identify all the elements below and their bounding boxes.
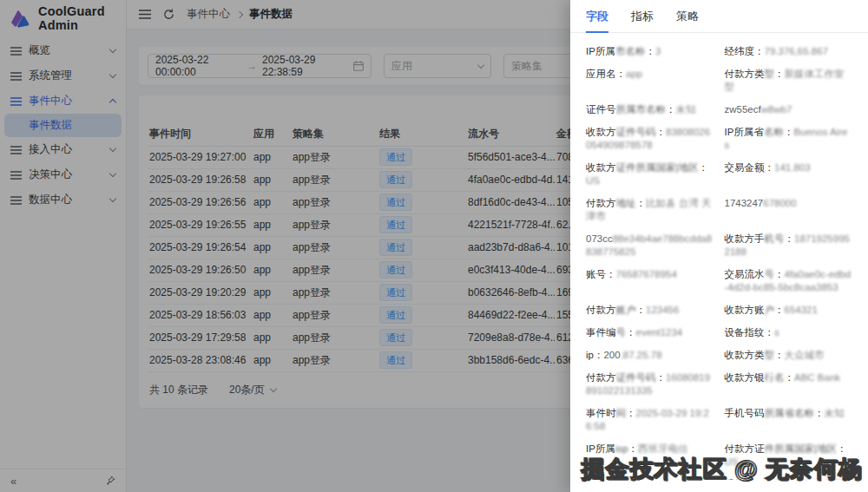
field-label: 收款方银行名： — [725, 372, 795, 383]
field-value: zw55ecfw8wb7 — [725, 104, 792, 115]
field-label: 手机号码所属省名称： — [725, 408, 825, 418]
field-item: 设备指纹：s — [725, 326, 853, 339]
app-window: CoolGuard Admin 概览系统管理事件中心事件数据接入中心决策中心数据… — [0, 0, 868, 492]
field-value-redacted: US — [586, 175, 600, 186]
field-label-redacted: 账户 — [616, 305, 636, 315]
field-label-redacted: 地址 — [616, 198, 636, 208]
field-label: 收款方类型： — [725, 350, 785, 360]
field-value-redacted: 79.376,65.867 — [765, 46, 829, 56]
field-label: 付款方证件号码： — [586, 372, 666, 383]
detail-drawer: 字段指标策略 IP所属市名称：3经纬度：79.376,65.867应用名：app… — [570, 0, 868, 492]
tab-metrics[interactable]: 指标 — [631, 9, 654, 32]
field-value-redacted: .87.25.78 — [621, 350, 662, 360]
field-label-redacted: 型 — [765, 69, 775, 79]
field-label-redacted: 机号 — [765, 233, 785, 244]
field-value: 3 — [655, 46, 661, 56]
field-label: 证件号所属市名称： — [586, 104, 676, 115]
field-item: 1743247678000 — [725, 197, 853, 223]
field-value-redacted: 141.803 — [774, 162, 811, 173]
tab-fields[interactable]: 字段 — [586, 9, 608, 32]
field-value: event1234 — [636, 327, 683, 338]
field-item: 收款方银行名：ABC Bank — [725, 371, 853, 397]
field-item: 交易金额：141.803 — [725, 161, 853, 187]
field-label: 设备指纹： — [725, 327, 775, 338]
field-label-redacted: 所属市名称 — [616, 104, 667, 115]
field-value: 1743247678000 — [725, 198, 797, 208]
field-label-redacted: 号 — [616, 327, 627, 338]
field-value: 未知 — [676, 104, 696, 115]
field-label-redacted: 证件所属国家|地区 — [616, 162, 699, 173]
field-item: ip：200.87.25.78 — [586, 349, 714, 362]
field-value: 76587678954 — [616, 269, 677, 279]
field-item: 手机号码所属省名称：未知 — [725, 407, 853, 433]
field-value: 123456 — [646, 305, 679, 315]
field-label: 事件编号： — [586, 327, 636, 338]
field-item: 付款方账户：123456 — [586, 304, 714, 317]
field-label: 付款方账户： — [586, 305, 646, 315]
field-label: 交易金额： — [725, 162, 775, 173]
field-label-redacted: 号 — [765, 269, 775, 279]
field-item: 账号：76587678954 — [586, 268, 714, 294]
field-label-redacted: 型 — [765, 350, 775, 360]
field-label-redacted: 证件号码 — [616, 372, 656, 383]
field-label: IP所属市名称： — [586, 46, 655, 56]
field-value-redacted: 西班牙电信 — [638, 443, 688, 454]
field-item: 收款方类型：大众城市 — [725, 349, 853, 362]
field-value-redacted: ABC Bank — [794, 372, 840, 383]
field-label-redacted: 行名 — [765, 372, 785, 383]
field-value: ABC Bank — [794, 372, 840, 383]
field-item: 收款方证件号码：83808026054909878578 — [586, 126, 714, 152]
field-value-redacted: 未知 — [825, 408, 845, 418]
field-item: 事件时间：2025-03-29 19:26:58 — [586, 407, 714, 433]
field-value-redacted: 678000 — [763, 198, 796, 208]
field-value-redacted: 大众城市 — [785, 350, 825, 360]
field-value-redacted: 654321 — [785, 305, 818, 315]
field-value: s — [774, 327, 779, 338]
field-value-redacted: 未知 — [676, 104, 696, 115]
field-value: 200.87.25.78 — [603, 350, 661, 360]
field-item: IP所属市名称：3 — [586, 45, 714, 58]
field-value: 大众城市 — [785, 350, 825, 360]
field-label-redacted: 件所属国家|地区 — [765, 443, 838, 454]
field-item: 收款方账户：654321 — [725, 304, 853, 317]
field-label: 付款方地址： — [586, 198, 646, 208]
field-label: 收款方手机号： — [725, 233, 795, 244]
field-label: IP所属省名称： — [725, 127, 794, 137]
field-item: 证件号所属市名称：未知 — [586, 103, 714, 116]
field-value-redacted: 3 — [655, 46, 661, 56]
field-label: 付款方证件所属国家|地区： — [725, 443, 847, 454]
field-value: 未知 — [825, 408, 845, 418]
tab-policies[interactable]: 策略 — [676, 9, 699, 32]
field-value: 79.376,65.867 — [765, 46, 829, 56]
field-label: ip： — [586, 350, 603, 360]
watermark: 掘金技术社区 @ 无奈何杨 — [582, 454, 863, 485]
field-item: 交易流水号：4fa0ae0c-edbd-4d2d-bc85-5bc8caa385… — [725, 268, 853, 294]
field-label: 收款方账户： — [725, 305, 785, 315]
field-item: 事件编号：event1234 — [586, 326, 714, 339]
field-value: US — [586, 175, 600, 186]
field-label: IP所属isp： — [586, 443, 638, 454]
field-label-redacted: 间 — [616, 408, 627, 418]
field-label-redacted: 户 — [765, 305, 775, 315]
field-value: 西班牙电信 — [638, 443, 688, 454]
field-label: 应用名： — [586, 69, 626, 79]
field-label: 事件时间： — [586, 408, 636, 418]
field-label: 交易流水号： — [725, 269, 785, 279]
field-value-redacted: event1234 — [636, 327, 683, 338]
field-value: 141.803 — [774, 162, 811, 173]
field-value-redacted: 76587678954 — [616, 269, 677, 279]
field-item: zw55ecfw8wb7 — [725, 103, 853, 116]
field-label-redacted: 市名称 — [615, 46, 646, 56]
field-item: 应用名：app — [586, 68, 714, 94]
field-item: 付款方地址：比如县 台湾 天津市 — [586, 197, 714, 223]
field-label: 收款方证件号码： — [586, 127, 666, 137]
field-label-redacted: 名称 — [764, 127, 784, 137]
drawer-tabs: 字段指标策略 — [570, 0, 868, 33]
field-label: 账号： — [586, 269, 616, 279]
field-label: 付款方类型： — [725, 69, 785, 79]
field-label: 经纬度： — [725, 46, 765, 56]
field-value: 654321 — [785, 305, 818, 315]
field-label-redacted: 证件号码 — [616, 127, 656, 137]
field-label-redacted: isp — [615, 443, 628, 454]
field-label-redacted: 所属省名称 — [765, 408, 815, 418]
